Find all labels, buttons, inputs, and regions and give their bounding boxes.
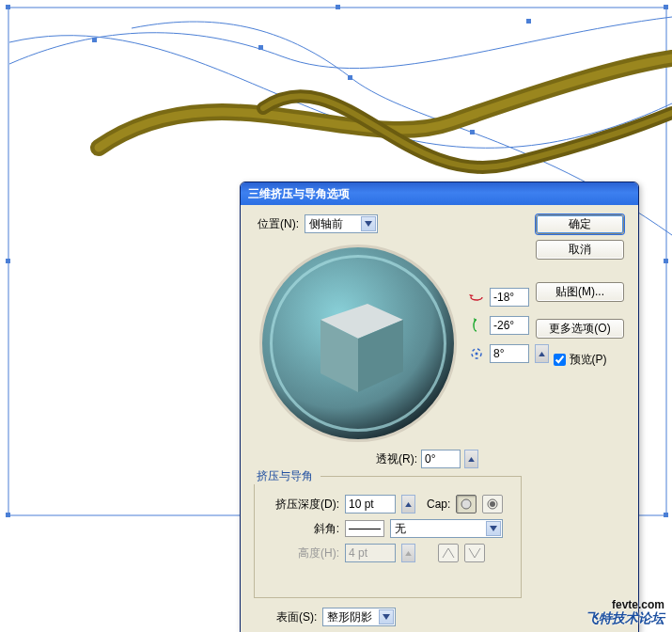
svg-marker-17 [358, 320, 403, 392]
preview-checkbox[interactable]: 预览(P) [554, 352, 607, 368]
perspective-stepper[interactable] [464, 450, 478, 468]
cube-icon [297, 287, 419, 400]
trackball-preview[interactable] [259, 245, 457, 442]
height-label: 高度(H): [264, 545, 339, 561]
svg-marker-16 [320, 320, 358, 392]
ok-button[interactable]: 确定 [536, 214, 624, 234]
rotate-z-icon [469, 346, 484, 361]
height-input: 4 pt [345, 544, 396, 562]
preview-checkbox-input[interactable] [554, 354, 566, 366]
svg-rect-4 [6, 259, 10, 263]
bevel-in-icon [464, 544, 485, 562]
svg-rect-2 [336, 5, 340, 9]
svg-rect-12 [526, 19, 531, 24]
rotate-x-input[interactable]: -18° [490, 288, 529, 307]
position-value: 侧轴前 [309, 216, 343, 232]
svg-rect-8 [664, 513, 668, 517]
svg-point-20 [461, 499, 471, 509]
cancel-button[interactable]: 取消 [536, 240, 624, 260]
chevron-down-icon[interactable] [379, 609, 394, 624]
rotate-z-input[interactable]: 8° [490, 344, 529, 363]
svg-rect-11 [348, 75, 352, 80]
perspective-label: 透视(R): [376, 451, 417, 467]
chevron-down-icon[interactable] [361, 216, 376, 231]
depth-label: 挤压深度(D): [264, 497, 339, 513]
cap-label: Cap: [427, 498, 450, 511]
svg-marker-15 [320, 304, 403, 339]
bevel-label: 斜角: [264, 521, 339, 537]
height-stepper [401, 544, 415, 562]
svg-rect-5 [664, 259, 668, 263]
svg-rect-9 [92, 38, 97, 42]
bevel-combo[interactable]: 无 [390, 519, 503, 538]
svg-rect-13 [470, 130, 475, 134]
watermark: fevte.com 飞特技术论坛 [586, 595, 664, 624]
rotate-x-icon [469, 290, 484, 305]
dialog-titlebar[interactable]: 三维挤压与导角选项 [241, 182, 638, 205]
dialog-title: 三维挤压与导角选项 [248, 186, 350, 202]
position-combo[interactable]: 侧轴前 [305, 214, 378, 233]
svg-rect-3 [664, 5, 668, 9]
cap-on-button[interactable] [456, 495, 477, 514]
extrude-legend: 挤压与导角 [253, 468, 317, 484]
svg-rect-1 [6, 5, 10, 9]
rotate-y-icon [469, 318, 484, 333]
rotate-y-input[interactable]: -26° [490, 316, 529, 335]
depth-input[interactable]: 10 pt [345, 495, 396, 514]
svg-rect-10 [258, 45, 263, 50]
cap-off-button[interactable] [482, 495, 503, 514]
depth-stepper[interactable] [401, 495, 415, 514]
position-label: 位置(N): [258, 216, 299, 232]
extrude-bevel-dialog: 三维挤压与导角选项 位置(N): 侧轴前 -18° -26° [240, 182, 639, 632]
svg-point-22 [490, 501, 495, 507]
bevel-out-icon [438, 544, 459, 562]
surface-label: 表面(S): [276, 609, 317, 625]
surface-combo[interactable]: 整形阴影 [322, 608, 396, 626]
bevel-preview [345, 520, 384, 537]
svg-rect-6 [6, 513, 10, 517]
svg-point-19 [476, 353, 478, 356]
map-art-button[interactable]: 贴图(M)... [536, 282, 624, 302]
chevron-down-icon[interactable] [486, 521, 501, 536]
perspective-input[interactable]: 0° [421, 450, 461, 468]
more-options-button[interactable]: 更多选项(O) [536, 319, 624, 339]
